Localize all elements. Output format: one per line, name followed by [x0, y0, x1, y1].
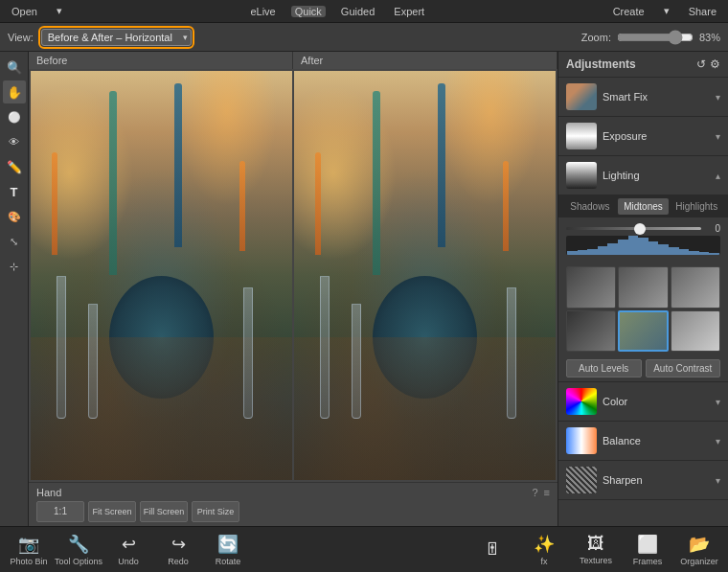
histogram — [566, 236, 720, 255]
canvas-info-bar: Hand ? ≡ 1:1 Fit Screen Fill Screen Prin… — [29, 482, 557, 526]
lighting-tabs: Shadows Midtones Highlights — [558, 195, 728, 217]
main-area: 🔍 ✋ ⚪ 👁 ✏️ T 🎨 ⤡ ⊹ Before After — [0, 52, 728, 526]
preset-2[interactable] — [618, 266, 668, 309]
exposure-label: Exposure — [603, 130, 710, 142]
before-photo — [31, 71, 292, 480]
smart-fix-thumb — [566, 83, 597, 110]
frames-icon: ⬜ — [637, 534, 658, 555]
textures-tool[interactable]: 🖼 Textures — [571, 529, 621, 571]
photo-bin-tool[interactable]: 📷 Photo Bin — [4, 529, 54, 571]
crop-tool[interactable]: ⊹ — [3, 255, 26, 278]
zoom-area: Zoom: 83% — [581, 30, 720, 45]
view-dropdown-wrap[interactable]: Before & After – Horizontal Before Only … — [41, 29, 192, 46]
redo-tool[interactable]: ↪ Redo — [153, 529, 203, 571]
adjustments-footer-tool[interactable]: 🎚 — [467, 529, 517, 571]
auto-levels-btn[interactable]: Auto Levels — [566, 359, 642, 378]
menu-quick[interactable]: Quick — [291, 6, 326, 17]
print-size-btn[interactable]: Print Size — [192, 501, 239, 522]
brush-tool[interactable]: ✏️ — [3, 155, 26, 178]
rotate-icon: 🔄 — [217, 534, 239, 555]
effects-tool[interactable]: ✨ fx — [519, 529, 569, 571]
adjustments-panel: Adjustments ↺ ⚙ Smart Fix ▾ Exposur — [557, 52, 728, 526]
menu-expert[interactable]: Expert — [390, 6, 428, 17]
preset-3[interactable] — [671, 266, 720, 309]
lighting-slider: 0 — [566, 223, 720, 234]
tool-options-tool[interactable]: 🔧 Tool Options — [54, 529, 103, 571]
zoom-slider[interactable] — [617, 30, 694, 45]
organizer-icon: 📂 — [689, 534, 710, 555]
effects-icon: ✨ — [534, 534, 555, 555]
menu-elive[interactable]: eLive — [246, 6, 279, 17]
adjustments-icon: 🎚 — [484, 539, 501, 560]
preset-5[interactable] — [618, 310, 668, 353]
zoom-1-1-btn[interactable]: 1:1 — [36, 501, 84, 522]
color-item: Color ▾ — [558, 382, 728, 422]
highlights-tab[interactable]: Highlights — [671, 198, 722, 215]
shadows-tab[interactable]: Shadows — [564, 198, 616, 215]
transform-tool[interactable]: ⤡ — [3, 230, 26, 253]
panel-settings-icon[interactable]: ⚙ — [710, 57, 720, 71]
exposure-header[interactable]: Exposure ▾ — [558, 117, 728, 155]
hand-tool[interactable]: ✋ — [3, 80, 26, 103]
menu-share[interactable]: Share — [685, 6, 720, 17]
menu-guided[interactable]: Guided — [337, 6, 378, 17]
fit-screen-btn[interactable]: Fit Screen — [88, 501, 136, 522]
preset-4[interactable] — [566, 310, 616, 353]
balance-item: Balance ▾ — [558, 422, 728, 461]
help-icon[interactable]: ? — [532, 487, 537, 498]
preset-1[interactable] — [566, 266, 616, 309]
select-tool[interactable]: ⚪ — [3, 105, 26, 128]
sharpen-item: Sharpen ▾ — [558, 461, 728, 500]
hand-label: Hand — [36, 487, 239, 498]
preset-6[interactable] — [671, 310, 720, 353]
sharpen-arrow: ▾ — [716, 475, 720, 486]
color-label: Color — [603, 396, 710, 407]
view-dropdown[interactable]: Before & After – Horizontal Before Only … — [41, 29, 192, 46]
exposure-thumb — [566, 123, 597, 149]
midtones-tab[interactable]: Midtones — [618, 198, 670, 215]
sharpen-header[interactable]: Sharpen ▾ — [558, 461, 728, 499]
exposure-arrow: ▾ — [716, 131, 720, 142]
frames-tool[interactable]: ⬜ Frames — [623, 529, 672, 571]
lighting-label: Lighting — [603, 170, 710, 181]
canvas-labels: Before After — [29, 52, 557, 69]
rotate-tool[interactable]: 🔄 Rotate — [203, 529, 253, 571]
lighting-header[interactable]: Lighting ▴ — [558, 156, 728, 195]
smart-fix-label: Smart Fix — [603, 91, 710, 103]
tools-panel: 🔍 ✋ ⚪ 👁 ✏️ T 🎨 ⤡ ⊹ — [0, 52, 29, 526]
text-tool[interactable]: T — [3, 180, 26, 203]
menu-open-arrow[interactable]: ▾ — [53, 5, 66, 17]
fill-screen-btn[interactable]: Fill Screen — [140, 501, 188, 522]
lighting-item: Lighting ▴ Shadows Midtones Highlights 0 — [558, 156, 728, 382]
lighting-slider-area: 0 — [558, 217, 728, 263]
menu-create[interactable]: Create — [609, 6, 648, 17]
menu-create-arrow: ▾ — [660, 5, 673, 17]
smart-fix-item: Smart Fix ▾ — [558, 78, 728, 117]
sharpen-thumb — [566, 467, 597, 493]
slider-thumb[interactable] — [634, 223, 646, 235]
lighting-presets — [558, 263, 728, 355]
auto-contrast-btn[interactable]: Auto Contrast — [646, 359, 721, 378]
menu-open[interactable]: Open — [8, 6, 41, 17]
smart-fix-arrow: ▾ — [716, 92, 720, 103]
eye-tool[interactable]: 👁 — [3, 130, 26, 153]
panel-restore-icon[interactable]: ↺ — [696, 57, 706, 71]
lighting-thumb — [566, 162, 597, 189]
balance-arrow: ▾ — [716, 436, 720, 446]
more-icon[interactable]: ≡ — [544, 487, 550, 498]
zoom-tool[interactable]: 🔍 — [3, 56, 26, 79]
organizer-tool[interactable]: 📂 Organizer — [674, 529, 724, 571]
balance-header[interactable]: Balance ▾ — [558, 422, 728, 460]
paint-tool[interactable]: 🎨 — [3, 205, 26, 228]
balance-thumb — [566, 427, 597, 454]
color-header[interactable]: Color ▾ — [558, 382, 728, 421]
color-thumb — [566, 388, 597, 415]
view-label: View: — [8, 32, 34, 43]
undo-tool[interactable]: ↩ Undo — [103, 529, 153, 571]
panel-header: Adjustments ↺ ⚙ — [558, 52, 728, 78]
smart-fix-header[interactable]: Smart Fix ▾ — [558, 78, 728, 116]
slider-track[interactable] — [566, 227, 701, 230]
panel-title: Adjustments — [566, 57, 636, 71]
photo-bin-label: Photo Bin — [10, 557, 47, 566]
tool-options-label: Tool Options — [55, 557, 102, 566]
